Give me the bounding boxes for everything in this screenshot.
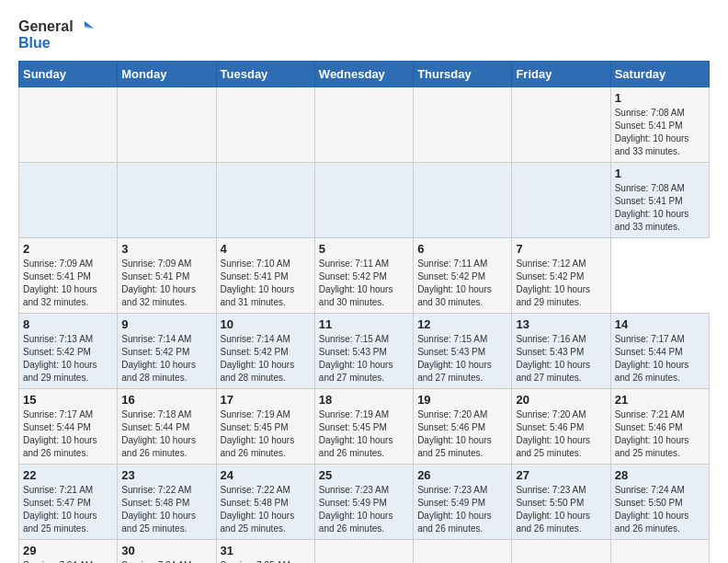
day-number: 8 [23,317,113,331]
calendar-table: SundayMondayTuesdayWednesdayThursdayFrid… [18,61,710,563]
empty-cell [512,540,610,564]
empty-cell [414,540,512,564]
calendar-day-cell: 7Sunrise: 7:12 AM Sunset: 5:42 PM Daylig… [512,238,610,314]
calendar-week-row: 22Sunrise: 7:21 AM Sunset: 5:47 PM Dayli… [19,465,710,540]
calendar-day-cell: 12Sunrise: 7:15 AM Sunset: 5:43 PM Dayli… [414,314,512,389]
page-header: General Blue [18,18,710,52]
day-number: 10 [221,317,311,331]
calendar-day-cell: 20Sunrise: 7:20 AM Sunset: 5:46 PM Dayli… [512,389,610,465]
calendar-week-row: 8Sunrise: 7:13 AM Sunset: 5:42 PM Daylig… [19,314,710,389]
day-number: 1 [615,167,705,180]
calendar-day-cell: 18Sunrise: 7:19 AM Sunset: 5:45 PM Dayli… [314,389,413,465]
day-number: 2 [23,242,113,256]
empty-cell [19,87,118,163]
calendar-day-cell: 5Sunrise: 7:11 AM Sunset: 5:42 PM Daylig… [314,238,413,314]
day-number: 9 [121,317,211,331]
day-number: 28 [615,468,705,482]
calendar-header-row: SundayMondayTuesdayWednesdayThursdayFrid… [19,62,710,87]
day-number: 1 [615,91,705,105]
day-info: Sunrise: 7:21 AM Sunset: 5:46 PM Dayligh… [615,409,689,458]
col-header-thursday: Thursday [414,62,512,87]
day-number: 26 [417,468,507,482]
day-number: 5 [319,242,409,256]
col-header-sunday: Sunday [19,62,118,87]
day-number: 18 [319,393,409,407]
calendar-day-cell: 23Sunrise: 7:22 AM Sunset: 5:48 PM Dayli… [118,465,216,540]
calendar-day-cell: 16Sunrise: 7:18 AM Sunset: 5:44 PM Dayli… [118,389,216,465]
calendar-day-cell: 31Sunrise: 7:25 AM Sunset: 5:52 PM Dayli… [216,540,314,564]
calendar-week-row: 1Sunrise: 7:08 AM Sunset: 5:41 PM Daylig… [19,87,710,163]
calendar-day-cell: 22Sunrise: 7:21 AM Sunset: 5:47 PM Dayli… [19,465,118,540]
empty-cell [512,87,610,163]
day-info: Sunrise: 7:21 AM Sunset: 5:47 PM Dayligh… [23,485,97,534]
calendar-week-row: 15Sunrise: 7:17 AM Sunset: 5:44 PM Dayli… [19,389,710,465]
empty-cell [216,163,314,238]
day-info: Sunrise: 7:14 AM Sunset: 5:42 PM Dayligh… [121,334,196,383]
day-number: 13 [516,317,606,331]
calendar-day-cell: 24Sunrise: 7:22 AM Sunset: 5:48 PM Dayli… [216,465,314,540]
calendar-day-cell: 4Sunrise: 7:10 AM Sunset: 5:41 PM Daylig… [216,238,314,314]
day-number: 30 [121,544,211,557]
calendar-day-cell: 8Sunrise: 7:13 AM Sunset: 5:42 PM Daylig… [19,314,118,389]
calendar-day-cell: 11Sunrise: 7:15 AM Sunset: 5:43 PM Dayli… [314,314,413,389]
day-number: 21 [615,393,705,407]
day-info: Sunrise: 7:09 AM Sunset: 5:41 PM Dayligh… [121,259,196,307]
empty-cell [610,540,709,564]
calendar-week-row: 2Sunrise: 7:09 AM Sunset: 5:41 PM Daylig… [19,238,710,314]
empty-cell [314,163,413,238]
day-number: 24 [221,468,311,482]
calendar-day-cell: 14Sunrise: 7:17 AM Sunset: 5:44 PM Dayli… [610,314,709,389]
day-info: Sunrise: 7:15 AM Sunset: 5:43 PM Dayligh… [417,334,492,383]
day-number: 29 [23,544,113,557]
calendar-day-cell: 30Sunrise: 7:24 AM Sunset: 5:52 PM Dayli… [118,540,216,564]
day-info: Sunrise: 7:24 AM Sunset: 5:50 PM Dayligh… [615,485,689,534]
day-info: Sunrise: 7:15 AM Sunset: 5:43 PM Dayligh… [319,334,393,383]
calendar-week-row: 1Sunrise: 7:08 AM Sunset: 5:41 PM Daylig… [19,163,710,238]
logo-bird-icon [75,19,94,34]
day-info: Sunrise: 7:23 AM Sunset: 5:49 PM Dayligh… [319,485,393,534]
day-info: Sunrise: 7:09 AM Sunset: 5:41 PM Dayligh… [23,259,97,307]
day-info: Sunrise: 7:12 AM Sunset: 5:42 PM Dayligh… [516,259,590,307]
calendar-day-cell: 10Sunrise: 7:14 AM Sunset: 5:42 PM Dayli… [216,314,314,389]
day-info: Sunrise: 7:22 AM Sunset: 5:48 PM Dayligh… [221,485,295,534]
day-number: 15 [23,393,113,407]
col-header-monday: Monday [118,62,216,87]
day-number: 16 [121,393,211,407]
day-info: Sunrise: 7:19 AM Sunset: 5:45 PM Dayligh… [221,409,295,458]
calendar-day-cell: 21Sunrise: 7:21 AM Sunset: 5:46 PM Dayli… [610,389,709,465]
day-number: 11 [319,317,409,331]
day-info: Sunrise: 7:14 AM Sunset: 5:42 PM Dayligh… [221,334,295,383]
calendar-day-cell: 3Sunrise: 7:09 AM Sunset: 5:41 PM Daylig… [118,238,216,314]
calendar-day-cell: 13Sunrise: 7:16 AM Sunset: 5:43 PM Dayli… [512,314,610,389]
calendar-day-cell: 15Sunrise: 7:17 AM Sunset: 5:44 PM Dayli… [19,389,118,465]
calendar-day-cell: 25Sunrise: 7:23 AM Sunset: 5:49 PM Dayli… [314,465,413,540]
logo: General Blue [18,18,94,52]
day-number: 14 [615,317,705,331]
calendar-day-cell: 19Sunrise: 7:20 AM Sunset: 5:46 PM Dayli… [414,389,512,465]
day-info: Sunrise: 7:23 AM Sunset: 5:50 PM Dayligh… [516,485,590,534]
day-info: Sunrise: 7:20 AM Sunset: 5:46 PM Dayligh… [516,409,590,458]
empty-cell [216,87,314,163]
empty-cell [414,87,512,163]
day-info: Sunrise: 7:08 AM Sunset: 5:41 PM Dayligh… [615,108,689,156]
col-header-saturday: Saturday [610,62,709,87]
calendar-day-cell: 26Sunrise: 7:23 AM Sunset: 5:49 PM Dayli… [414,465,512,540]
calendar-day-cell: 17Sunrise: 7:19 AM Sunset: 5:45 PM Dayli… [216,389,314,465]
day-info: Sunrise: 7:20 AM Sunset: 5:46 PM Dayligh… [417,409,492,458]
day-info: Sunrise: 7:16 AM Sunset: 5:43 PM Dayligh… [516,334,590,383]
day-info: Sunrise: 7:19 AM Sunset: 5:45 PM Dayligh… [319,409,393,458]
calendar-day-cell: 9Sunrise: 7:14 AM Sunset: 5:42 PM Daylig… [118,314,216,389]
calendar-day-cell: 27Sunrise: 7:23 AM Sunset: 5:50 PM Dayli… [512,465,610,540]
calendar-day-cell: 1Sunrise: 7:08 AM Sunset: 5:41 PM Daylig… [610,87,709,163]
day-number: 19 [417,393,507,407]
empty-cell [314,540,413,564]
day-info: Sunrise: 7:08 AM Sunset: 5:41 PM Dayligh… [615,183,689,232]
day-info: Sunrise: 7:23 AM Sunset: 5:49 PM Dayligh… [417,485,492,534]
logo-general: General [18,18,74,35]
calendar-day-cell: 29Sunrise: 7:24 AM Sunset: 5:51 PM Dayli… [19,540,118,564]
day-number: 31 [221,544,311,557]
day-info: Sunrise: 7:17 AM Sunset: 5:44 PM Dayligh… [23,409,97,458]
calendar-day-cell: 1Sunrise: 7:08 AM Sunset: 5:41 PM Daylig… [610,163,709,238]
day-number: 7 [516,242,606,256]
day-info: Sunrise: 7:11 AM Sunset: 5:42 PM Dayligh… [417,259,492,307]
